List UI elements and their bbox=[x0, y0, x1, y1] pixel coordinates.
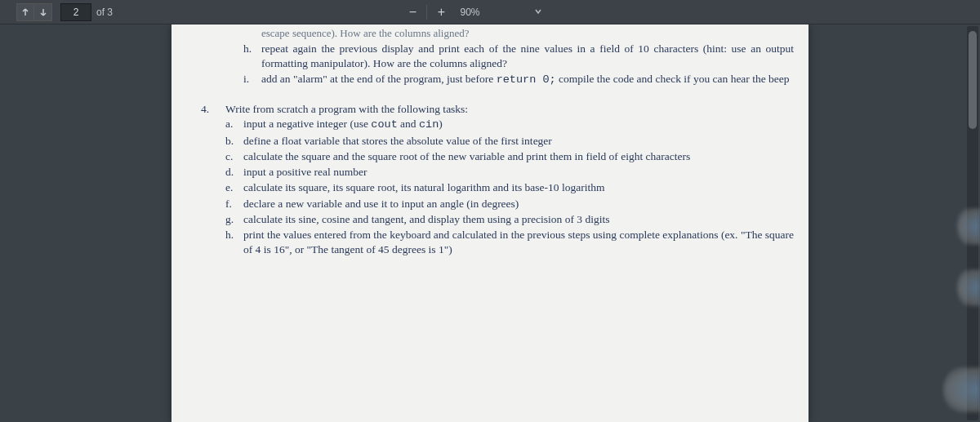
page-number-input[interactable] bbox=[60, 3, 91, 21]
list-marker: h. bbox=[225, 228, 243, 257]
page-down-button[interactable] bbox=[34, 3, 52, 21]
list-marker: e. bbox=[225, 180, 243, 195]
divider bbox=[426, 5, 427, 20]
toolbar: of 3 − + 90% bbox=[0, 0, 980, 24]
list-item-text: calculate its square, its square root, i… bbox=[243, 180, 794, 195]
page-nav-group bbox=[16, 3, 52, 21]
zoom-level-label: 90% bbox=[460, 7, 479, 18]
list-marker: a. bbox=[225, 117, 243, 132]
list-item-text: input a negative integer (use cout and c… bbox=[243, 117, 794, 132]
page-total-label: of 3 bbox=[96, 7, 113, 18]
section-number: 4. bbox=[201, 102, 225, 117]
zoom-out-button[interactable]: − bbox=[403, 3, 421, 21]
list-marker: f. bbox=[225, 197, 243, 211]
zoom-dropdown[interactable] bbox=[534, 7, 542, 18]
page-viewport: escape sequence). How are the columns al… bbox=[0, 24, 980, 422]
list-item-text: define a float variable that stores the … bbox=[243, 134, 794, 149]
list-marker: d. bbox=[225, 165, 243, 180]
list-marker: c. bbox=[225, 149, 243, 164]
pdf-viewer: of 3 − + 90% escape sequence). How are t… bbox=[0, 0, 980, 422]
list-item-text: add an "alarm" at the end of the program… bbox=[261, 72, 794, 87]
document-page: escape sequence). How are the columns al… bbox=[172, 24, 808, 422]
list-item-text: repeat again the previous display and pr… bbox=[261, 42, 794, 71]
list-item-text: declare a new variable and use it to inp… bbox=[243, 197, 794, 211]
scrollbar-thumb[interactable] bbox=[969, 31, 977, 129]
list-item-text: input a positive real number bbox=[243, 165, 794, 180]
scrollbar-track[interactable] bbox=[967, 26, 978, 420]
list-item-text: print the values entered from the keyboa… bbox=[243, 228, 794, 257]
zoom-in-button[interactable]: + bbox=[432, 3, 450, 21]
list-marker bbox=[243, 26, 261, 41]
cutoff-text: escape sequence). How are the columns al… bbox=[261, 26, 794, 41]
list-marker: b. bbox=[225, 134, 243, 149]
list-marker: g. bbox=[225, 212, 243, 227]
list-item-text: calculate its sine, cosine and tangent, … bbox=[243, 212, 794, 227]
section-heading: Write from scratch a program with the fo… bbox=[225, 102, 794, 117]
list-item-text: calculate the square and the square root… bbox=[243, 149, 794, 164]
list-marker: i. bbox=[243, 72, 261, 87]
page-up-button[interactable] bbox=[16, 3, 34, 21]
list-marker: h. bbox=[243, 42, 261, 71]
